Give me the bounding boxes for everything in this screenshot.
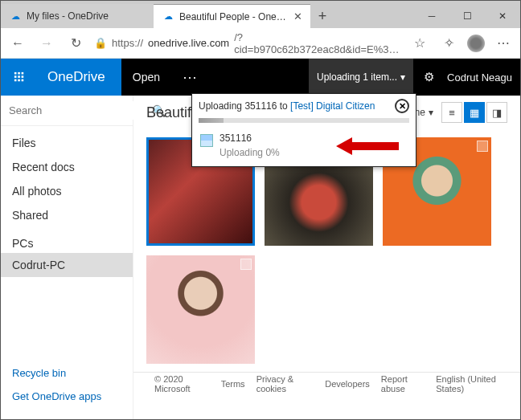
new-tab-button[interactable]: +: [310, 4, 334, 28]
grid-view-button[interactable]: ▦: [464, 102, 485, 123]
url-path: /?cid=b970c62b372eac8d&id=E%3…: [234, 31, 401, 55]
file-thumbnail[interactable]: [146, 255, 255, 364]
svg-rect-2: [22, 72, 24, 75]
gear-icon: ⚙: [424, 70, 434, 84]
select-checkbox[interactable]: [240, 259, 252, 270]
recycle-bin-link[interactable]: Recycle bin: [1, 361, 133, 385]
search-box[interactable]: 🔍: [1, 96, 133, 126]
url-host: onedrive.live.com: [148, 37, 229, 49]
popup-title: Uploading 351116 to [Test] Digital Citiz…: [199, 100, 395, 112]
sidebar: 🔍 Files Recent docs All photos Shared PC…: [1, 96, 133, 419]
waffle-icon: [14, 71, 25, 83]
refresh-button[interactable]: ↻: [65, 33, 86, 54]
app-command-bar: OneDrive Open ⋯ Uploading 1 item... ▾ ⚙ …: [1, 59, 520, 96]
cloud-icon: ☁: [9, 10, 22, 22]
svg-rect-3: [14, 75, 17, 78]
profile-avatar[interactable]: [467, 35, 485, 52]
address-bar: ← → ↻ 🔒 https://onedrive.live.com/?cid=b…: [1, 28, 520, 59]
onedrive-brand[interactable]: OneDrive: [38, 59, 121, 96]
tab-bar: ☁ My files - OneDrive ☁ Beautiful People…: [1, 1, 520, 28]
chevron-down-icon: ▾: [400, 71, 405, 83]
open-command[interactable]: Open: [121, 59, 171, 96]
close-tab-icon[interactable]: ✕: [293, 10, 302, 22]
svg-rect-1: [18, 72, 20, 75]
search-input[interactable]: [6, 101, 147, 120]
tab-label: Beautiful People - OneDrive: [179, 11, 289, 22]
popup-close-button[interactable]: ✕: [395, 99, 409, 113]
get-apps-link[interactable]: Get OneDrive apps: [1, 385, 133, 408]
maximize-button[interactable]: ☐: [449, 4, 485, 28]
list-view-button[interactable]: ≡: [441, 102, 462, 123]
user-name[interactable]: Codrut Neagu: [444, 71, 520, 84]
collections-button[interactable]: ✧: [438, 33, 459, 54]
upload-status-text: Uploading 1 item...: [317, 71, 397, 83]
footer-link-report[interactable]: Report abuse: [381, 374, 425, 393]
url-scheme: https://: [112, 37, 143, 49]
minimize-button[interactable]: ─: [414, 4, 449, 28]
svg-rect-4: [18, 75, 20, 78]
close-window-button[interactable]: ✕: [485, 4, 520, 28]
sidebar-item-files[interactable]: Files: [1, 131, 133, 155]
svg-rect-6: [14, 80, 17, 82]
footer-link-language[interactable]: English (United States): [436, 374, 511, 393]
tab-beautiful-people[interactable]: ☁ Beautiful People - OneDrive ✕: [154, 4, 310, 28]
sidebar-section-pcs: PCs: [1, 227, 133, 253]
sidebar-item-recent[interactable]: Recent docs: [1, 155, 133, 179]
popup-target-link[interactable]: [Test] Digital Citizen: [290, 100, 375, 112]
annotation-arrow: [336, 134, 400, 158]
copyright: © 2020 Microsoft: [154, 374, 210, 393]
svg-rect-8: [22, 80, 24, 82]
chevron-down-icon: ▾: [429, 107, 433, 118]
sidebar-item-photos[interactable]: All photos: [1, 179, 133, 203]
upload-file-status: Uploading 0%: [219, 144, 280, 158]
sidebar-item-pc[interactable]: Codrut-PC: [1, 253, 133, 277]
upload-status[interactable]: Uploading 1 item... ▾: [309, 59, 413, 96]
footer-link-developers[interactable]: Developers: [325, 379, 370, 389]
upload-file-name: 351116: [219, 133, 280, 144]
menu-button[interactable]: ⋯: [493, 33, 514, 54]
svg-rect-0: [14, 72, 17, 75]
progress-bar: [199, 118, 409, 123]
more-commands[interactable]: ⋯: [171, 59, 210, 96]
svg-marker-9: [336, 137, 399, 155]
svg-rect-7: [18, 80, 20, 82]
footer-link-privacy[interactable]: Privacy & cookies: [256, 374, 314, 393]
tab-label: My files - OneDrive: [27, 10, 146, 22]
settings-button[interactable]: ⚙: [413, 59, 444, 96]
svg-rect-5: [22, 75, 24, 78]
detail-pane-button[interactable]: ◨: [486, 102, 507, 123]
sidebar-item-shared[interactable]: Shared: [1, 203, 133, 227]
cloud-icon: ☁: [162, 10, 174, 23]
favorite-button[interactable]: ☆: [409, 33, 430, 54]
app-launcher-button[interactable]: [1, 59, 38, 96]
footer-link-terms[interactable]: Terms: [221, 379, 245, 389]
footer: © 2020 Microsoft Terms Privacy & cookies…: [133, 372, 520, 394]
url-field[interactable]: 🔒 https://onedrive.live.com/?cid=b970c62…: [94, 31, 401, 55]
tab-my-files[interactable]: ☁ My files - OneDrive: [1, 4, 154, 28]
lock-icon: 🔒: [94, 37, 107, 49]
select-checkbox[interactable]: [477, 141, 488, 152]
file-icon: [200, 134, 213, 147]
forward-button: →: [36, 33, 57, 54]
back-button[interactable]: ←: [7, 33, 28, 54]
